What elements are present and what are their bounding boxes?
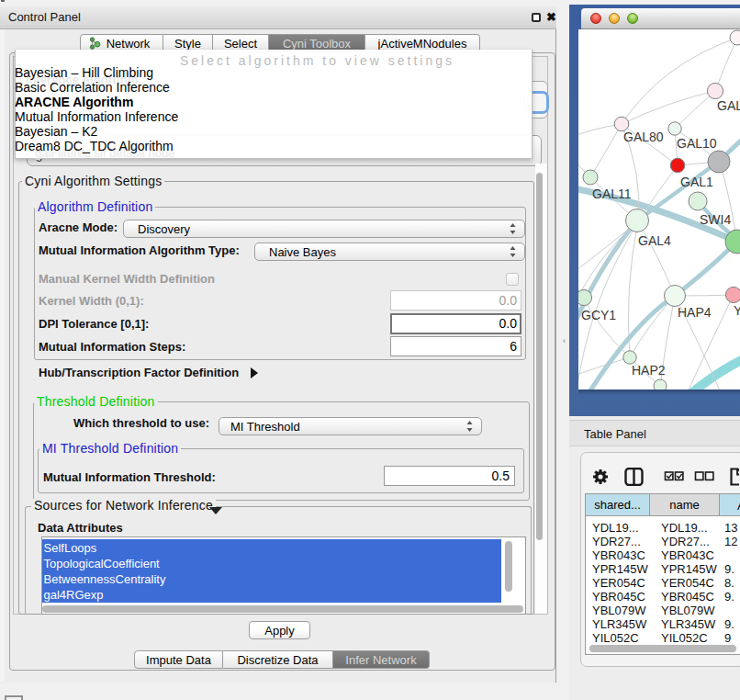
svg-text:HAP4: HAP4 [678,305,712,320]
svg-text:Y: Y [734,303,740,318]
svg-text:GAL: GAL [717,98,740,113]
svg-text:GAL11: GAL11 [592,186,632,201]
svg-text:SWI4: SWI4 [700,212,731,227]
svg-text:GAL4: GAL4 [638,233,671,248]
svg-text:HAP2: HAP2 [632,363,666,378]
svg-text:GCY1: GCY1 [581,308,616,322]
svg-text:GAL10: GAL10 [677,136,717,151]
svg-text:GAL80: GAL80 [623,130,664,144]
svg-text:GAL1: GAL1 [680,175,713,189]
